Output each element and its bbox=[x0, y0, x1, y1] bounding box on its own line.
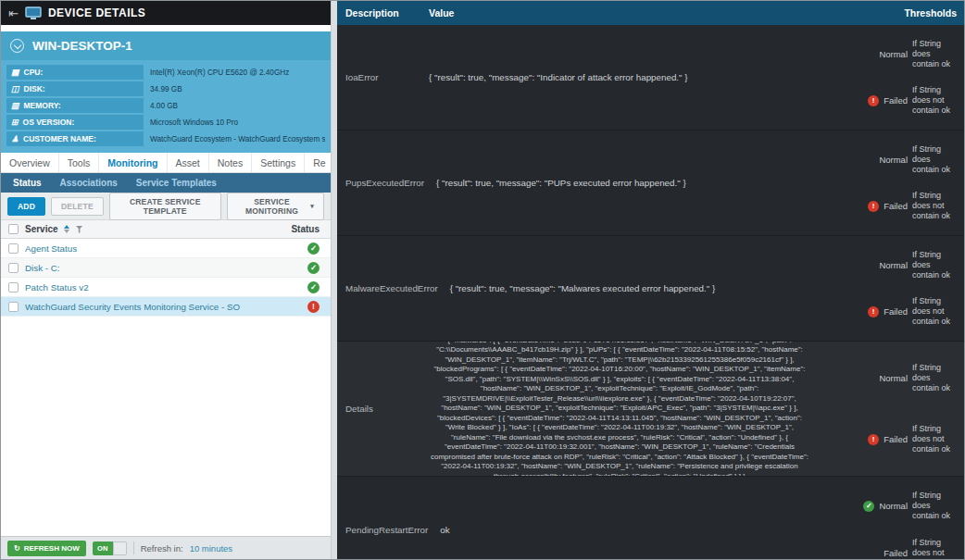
detail-value: { "malwares": [ { "eventDateTime": "2022… bbox=[429, 342, 810, 476]
thresholds-cell: Normal If String does contain ok ! Faile… bbox=[820, 25, 964, 130]
table-row[interactable]: Disk - C: ✓ bbox=[1, 258, 331, 278]
row-checkbox[interactable] bbox=[8, 282, 19, 292]
detail-description: PendingRestartError bbox=[337, 477, 428, 559]
customer-value: WatchGuard Ecosystem - WatchGuard Ecosys… bbox=[144, 131, 325, 146]
failed-icon: ! bbox=[868, 201, 879, 212]
create-service-template-button[interactable]: CREATE SERVICE TEMPLATE bbox=[109, 193, 221, 220]
info-row-disk: ◫DISK: 34.99 GB bbox=[6, 81, 325, 96]
refresh-now-button[interactable]: ↻REFRESH NOW bbox=[7, 541, 86, 556]
failed-icon: ! bbox=[868, 434, 879, 445]
thresholds-cell: Normal If String does contain ok ! Faile… bbox=[820, 131, 964, 235]
empty-area bbox=[1, 317, 331, 536]
threshold-normal: Normal If String does contain ok bbox=[820, 363, 959, 393]
row-checkbox[interactable] bbox=[8, 302, 19, 312]
tab-notes[interactable]: Notes bbox=[209, 153, 252, 172]
threshold-normal: Normal If String does contain ok bbox=[820, 250, 959, 280]
info-label: MEMORY: bbox=[24, 101, 61, 110]
os-icon: ⊞ bbox=[11, 118, 19, 127]
subtab-status[interactable]: Status bbox=[5, 178, 50, 188]
table-row[interactable]: Agent Status ✓ bbox=[1, 239, 331, 258]
failed-icon: ! bbox=[868, 306, 879, 317]
device-name: WIN-DESKTOP-1 bbox=[32, 39, 132, 53]
threshold-normal: Normal If String does contain ok bbox=[820, 39, 959, 69]
service-table-header: Service Status bbox=[1, 220, 331, 239]
detail-value: { "result": true, "message": "PUPs execu… bbox=[436, 177, 810, 189]
divider bbox=[133, 541, 134, 554]
memory-icon: ▥ bbox=[11, 101, 19, 110]
row-checkbox[interactable] bbox=[8, 263, 19, 273]
tab-asset[interactable]: Asset bbox=[168, 153, 209, 172]
service-link[interactable]: WatchGuard Security Events Monitoring Se… bbox=[25, 302, 240, 312]
chevron-down-icon[interactable] bbox=[10, 39, 24, 53]
table-row[interactable]: Patch Status v2 ✓ bbox=[1, 278, 331, 297]
refresh-bar: ↻REFRESH NOW ON Refresh in: 10 minutes bbox=[1, 536, 331, 559]
tab-bar: Overview Tools Monitoring Asset Notes Se… bbox=[1, 153, 331, 173]
tab-overview[interactable]: Overview bbox=[1, 153, 59, 172]
collapse-panel-icon[interactable]: ⇤ bbox=[8, 6, 19, 20]
service-link[interactable]: Disk - C: bbox=[25, 263, 60, 273]
row-checkbox[interactable] bbox=[8, 243, 19, 254]
service-toolbar: ADD DELETE CREATE SERVICE TEMPLATE SERVI… bbox=[1, 193, 331, 220]
auto-refresh-toggle[interactable]: ON bbox=[93, 541, 127, 555]
table-row-selected[interactable]: WatchGuard Security Events Monitoring Se… bbox=[1, 297, 331, 317]
detail-description: MalwareExecutedError bbox=[337, 236, 438, 341]
detail-row: Details { "malwares": [ { "eventDateTime… bbox=[337, 342, 964, 477]
threshold-failed: ! Failed If String does not contain ok bbox=[820, 85, 959, 116]
threshold-normal: ✓ Normal If String does contain ok bbox=[820, 491, 959, 521]
detail-description: PupsExecutedError bbox=[337, 131, 424, 235]
subtab-service-templates[interactable]: Service Templates bbox=[128, 178, 225, 188]
info-row-cpu: ▦CPU: Intel(R) Xeon(R) CPU E5620 @ 2.40G… bbox=[6, 65, 325, 80]
service-monitoring-dropdown[interactable]: SERVICE MONITORING▾ bbox=[227, 193, 324, 220]
column-header-value: Value bbox=[417, 1, 820, 27]
status-normal-icon: ✓ bbox=[307, 281, 320, 293]
detail-description: IoaError bbox=[337, 25, 417, 130]
delete-button[interactable]: DELETE bbox=[51, 197, 104, 216]
disk-value: 34.99 GB bbox=[144, 81, 325, 96]
detail-value: { "result": true, "message": "Indicator … bbox=[429, 71, 810, 83]
column-header-thresholds: Thresholds bbox=[820, 7, 964, 19]
subtab-bar: Status Associations Service Templates bbox=[1, 173, 331, 193]
chevron-down-icon: ▾ bbox=[310, 203, 314, 210]
disk-icon: ◫ bbox=[11, 84, 19, 93]
sort-icon[interactable] bbox=[64, 225, 69, 233]
thresholds-cell: ✓ Normal If String does contain ok Faile… bbox=[820, 477, 964, 559]
select-all-checkbox[interactable] bbox=[8, 224, 19, 234]
status-normal-icon: ✓ bbox=[307, 262, 320, 274]
refresh-icon: ↻ bbox=[14, 544, 20, 553]
tab-tools[interactable]: Tools bbox=[59, 153, 100, 172]
toggle-knob bbox=[113, 541, 127, 555]
cpu-value: Intel(R) Xeon(R) CPU E5620 @ 2.40GHz bbox=[144, 65, 325, 80]
os-value: Microsoft Windows 10 Pro bbox=[144, 115, 325, 130]
detail-value: ok bbox=[440, 524, 810, 536]
info-label: DISK: bbox=[24, 84, 45, 93]
tab-settings[interactable]: Settings bbox=[252, 153, 305, 172]
threshold-failed: Failed If String does not contain ok bbox=[820, 538, 959, 559]
memory-value: 4.00 GB bbox=[144, 98, 325, 113]
subtab-associations[interactable]: Associations bbox=[52, 178, 126, 188]
info-row-memory: ▥MEMORY: 4.00 GB bbox=[6, 98, 325, 113]
titlebar: ⇤ DEVICE DETAILS bbox=[1, 1, 331, 25]
status-normal-icon: ✓ bbox=[307, 243, 320, 255]
detail-description: Details bbox=[337, 342, 417, 476]
tab-remote[interactable]: Re bbox=[305, 153, 331, 172]
threshold-normal: Normal If String does contain ok bbox=[820, 144, 959, 175]
add-button[interactable]: ADD bbox=[7, 197, 45, 216]
failed-icon: ! bbox=[868, 95, 879, 106]
threshold-failed: ! Failed If String does not contain ok bbox=[820, 191, 959, 221]
column-header-status: Status bbox=[282, 224, 331, 234]
column-header-description: Description bbox=[337, 7, 417, 19]
service-link[interactable]: Agent Status bbox=[25, 243, 77, 254]
cpu-icon: ▦ bbox=[11, 68, 19, 77]
thresholds-cell: Normal If String does contain ok ! Faile… bbox=[820, 342, 964, 476]
tab-monitoring[interactable]: Monitoring bbox=[99, 153, 167, 172]
detail-table-header: Description Value Thresholds bbox=[337, 1, 964, 25]
service-link[interactable]: Patch Status v2 bbox=[25, 282, 89, 292]
threshold-failed: ! Failed If String does not contain ok bbox=[820, 296, 959, 327]
panel-scrollbar[interactable] bbox=[331, 1, 337, 559]
titlebar-gap bbox=[1, 25, 331, 31]
info-label: CUSTOMER NAME: bbox=[23, 134, 96, 143]
filter-icon[interactable] bbox=[76, 226, 83, 233]
device-info-panel: ▦CPU: Intel(R) Xeon(R) CPU E5620 @ 2.40G… bbox=[1, 60, 331, 153]
info-row-os: ⊞OS VERSION: Microsoft Windows 10 Pro bbox=[6, 115, 325, 130]
normal-icon: ✓ bbox=[863, 501, 874, 512]
